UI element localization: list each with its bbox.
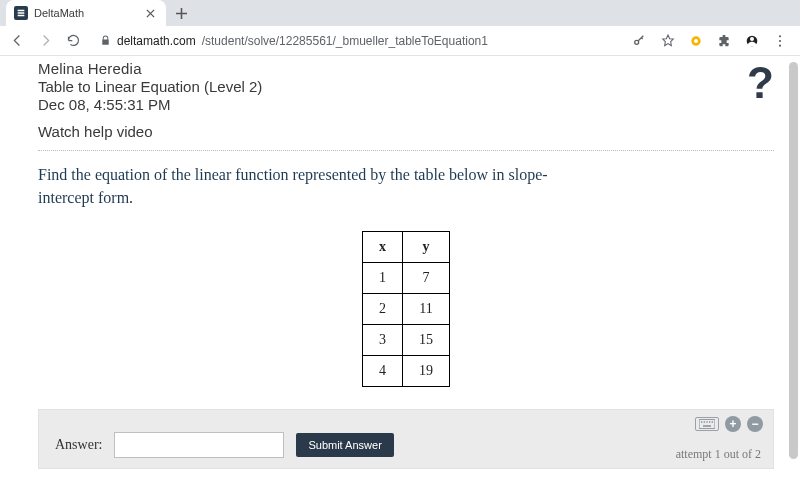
address-bar: deltamath.com/student/solve/12285561/_bm… (0, 26, 800, 56)
url-path: /student/solve/12285561/_bmueller_tableT… (202, 34, 488, 48)
back-button[interactable] (8, 32, 26, 50)
tab-strip: DeltaMath (0, 0, 800, 26)
url-box[interactable]: deltamath.com/student/solve/12285561/_bm… (92, 34, 622, 48)
answer-row: Answer: Submit Answer (55, 432, 761, 458)
cell: 7 (403, 263, 450, 294)
star-icon[interactable] (660, 33, 676, 49)
svg-rect-10 (704, 422, 705, 423)
table-row: 4 19 (363, 356, 450, 387)
attempt-counter: attempt 1 out of 2 (676, 447, 761, 462)
cell: 3 (363, 325, 403, 356)
cell: 2 (363, 294, 403, 325)
menu-icon[interactable] (772, 33, 788, 49)
cell: 15 (403, 325, 450, 356)
cell: 19 (403, 356, 450, 387)
svg-rect-8 (699, 420, 715, 429)
tab-favicon (14, 6, 28, 20)
scrollbar-thumb[interactable] (789, 62, 798, 459)
svg-point-7 (779, 44, 781, 46)
profile-icon[interactable] (744, 33, 760, 49)
vertical-scrollbar[interactable] (789, 62, 798, 494)
reload-button[interactable] (64, 32, 82, 50)
answer-input[interactable] (114, 432, 284, 458)
cell: 1 (363, 263, 403, 294)
browser-chrome: DeltaMath deltamath.com/student/solve/12… (0, 0, 800, 56)
col-header-x: x (363, 232, 403, 263)
cell: 4 (363, 356, 403, 387)
extensions-icon[interactable] (716, 33, 732, 49)
keyboard-icon[interactable] (695, 417, 719, 431)
svg-point-2 (694, 39, 698, 43)
svg-rect-9 (701, 422, 702, 423)
extension-icon-1[interactable] (688, 33, 704, 49)
question-prompt: Find the equation of the linear function… (38, 163, 598, 209)
answer-label: Answer: (55, 437, 102, 453)
zoom-in-icon[interactable]: + (725, 416, 741, 432)
answer-tools: + − (695, 416, 763, 432)
zoom-out-icon[interactable]: − (747, 416, 763, 432)
page-viewport: Melina Heredia Table to Linear Equation … (0, 56, 800, 500)
svg-point-4 (750, 37, 754, 41)
timestamp: Dec 08, 4:55:31 PM (38, 96, 774, 113)
table-header-row: x y (363, 232, 450, 263)
new-tab-button[interactable] (170, 2, 192, 24)
tab-close-icon[interactable] (144, 7, 156, 19)
problem-header: Melina Heredia Table to Linear Equation … (38, 60, 774, 140)
table-row: 2 11 (363, 294, 450, 325)
key-icon[interactable] (632, 33, 648, 49)
divider (38, 150, 774, 151)
page-content: Melina Heredia Table to Linear Equation … (0, 56, 800, 469)
svg-rect-12 (709, 422, 710, 423)
svg-rect-14 (703, 426, 711, 427)
data-table: x y 1 7 2 11 3 15 (362, 231, 450, 387)
svg-point-6 (779, 39, 781, 41)
svg-rect-13 (712, 422, 713, 423)
table-row: 3 15 (363, 325, 450, 356)
data-table-wrap: x y 1 7 2 11 3 15 (38, 231, 774, 387)
col-header-y: y (403, 232, 450, 263)
tab-title: DeltaMath (34, 7, 138, 19)
table-row: 1 7 (363, 263, 450, 294)
submit-answer-button[interactable]: Submit Answer (296, 433, 393, 457)
cell: 11 (403, 294, 450, 325)
watch-help-video-link[interactable]: Watch help video (38, 123, 774, 140)
answer-panel: + − Answer: Submit Answer attempt 1 out … (38, 409, 774, 469)
assignment-title: Table to Linear Equation (Level 2) (38, 78, 774, 95)
toolbar-right (632, 33, 792, 49)
forward-button[interactable] (36, 32, 54, 50)
browser-tab[interactable]: DeltaMath (6, 0, 166, 26)
url-domain: deltamath.com (117, 34, 196, 48)
help-icon[interactable]: ? (747, 58, 774, 108)
lock-icon (100, 35, 111, 46)
svg-point-5 (779, 35, 781, 37)
student-name: Melina Heredia (38, 60, 774, 77)
svg-rect-11 (706, 422, 707, 423)
